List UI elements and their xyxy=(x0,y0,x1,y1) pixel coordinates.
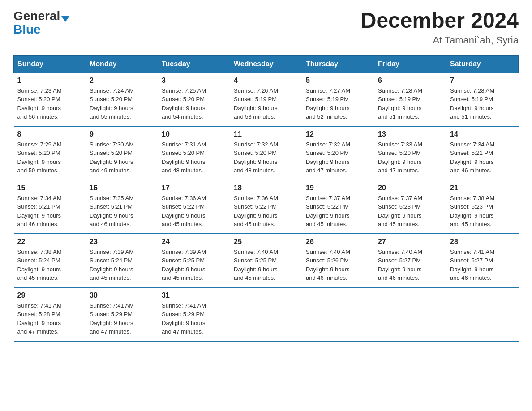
calendar-cell: 8Sunrise: 7:29 AMSunset: 5:20 PMDaylight… xyxy=(14,126,86,180)
page-subtitle: At Tamani`ah, Syria xyxy=(361,34,519,46)
day-info: Sunrise: 7:38 AMSunset: 5:23 PMDaylight:… xyxy=(450,194,515,229)
calendar-cell xyxy=(374,287,446,341)
day-info: Sunrise: 7:34 AMSunset: 5:21 PMDaylight:… xyxy=(450,140,515,175)
calendar-cell: 18Sunrise: 7:36 AMSunset: 5:22 PMDayligh… xyxy=(230,180,302,234)
calendar-cell: 17Sunrise: 7:36 AMSunset: 5:22 PMDayligh… xyxy=(158,180,230,234)
day-info: Sunrise: 7:34 AMSunset: 5:21 PMDaylight:… xyxy=(17,194,82,229)
column-header-wednesday: Wednesday xyxy=(230,55,302,73)
calendar-cell: 19Sunrise: 7:37 AMSunset: 5:22 PMDayligh… xyxy=(302,180,374,234)
calendar-cell: 31Sunrise: 7:41 AMSunset: 5:29 PMDayligh… xyxy=(158,287,230,341)
calendar-cell xyxy=(302,287,374,341)
calendar-cell: 20Sunrise: 7:37 AMSunset: 5:23 PMDayligh… xyxy=(374,180,446,234)
column-header-monday: Monday xyxy=(86,55,158,73)
calendar-cell: 21Sunrise: 7:38 AMSunset: 5:23 PMDayligh… xyxy=(446,180,519,234)
calendar-cell: 11Sunrise: 7:32 AMSunset: 5:20 PMDayligh… xyxy=(230,126,302,180)
calendar-cell: 1Sunrise: 7:23 AMSunset: 5:20 PMDaylight… xyxy=(14,73,86,126)
logo: General Blue xyxy=(13,9,69,37)
day-info: Sunrise: 7:39 AMSunset: 5:25 PMDaylight:… xyxy=(162,248,226,283)
day-number: 13 xyxy=(378,130,442,138)
calendar-cell: 26Sunrise: 7:40 AMSunset: 5:26 PMDayligh… xyxy=(302,234,374,287)
day-info: Sunrise: 7:24 AMSunset: 5:20 PMDaylight:… xyxy=(90,86,154,121)
calendar-cell: 22Sunrise: 7:38 AMSunset: 5:24 PMDayligh… xyxy=(14,234,86,287)
day-number: 14 xyxy=(450,130,515,138)
calendar-table: SundayMondayTuesdayWednesdayThursdayFrid… xyxy=(13,55,519,342)
day-number: 2 xyxy=(90,77,154,85)
day-info: Sunrise: 7:32 AMSunset: 5:20 PMDaylight:… xyxy=(234,140,298,175)
day-number: 3 xyxy=(162,77,226,85)
calendar-cell: 27Sunrise: 7:40 AMSunset: 5:27 PMDayligh… xyxy=(374,234,446,287)
calendar-cell: 7Sunrise: 7:28 AMSunset: 5:19 PMDaylight… xyxy=(446,73,519,126)
day-info: Sunrise: 7:40 AMSunset: 5:25 PMDaylight:… xyxy=(234,248,298,283)
day-info: Sunrise: 7:40 AMSunset: 5:26 PMDaylight:… xyxy=(306,248,370,283)
calendar-cell: 13Sunrise: 7:33 AMSunset: 5:20 PMDayligh… xyxy=(374,126,446,180)
day-info: Sunrise: 7:32 AMSunset: 5:20 PMDaylight:… xyxy=(306,140,370,175)
calendar-cell: 24Sunrise: 7:39 AMSunset: 5:25 PMDayligh… xyxy=(158,234,230,287)
day-number: 16 xyxy=(90,184,154,192)
calendar-cell: 4Sunrise: 7:26 AMSunset: 5:19 PMDaylight… xyxy=(230,73,302,126)
day-info: Sunrise: 7:41 AMSunset: 5:27 PMDaylight:… xyxy=(450,248,515,283)
day-info: Sunrise: 7:35 AMSunset: 5:21 PMDaylight:… xyxy=(90,194,154,229)
day-info: Sunrise: 7:29 AMSunset: 5:20 PMDaylight:… xyxy=(17,140,82,175)
day-info: Sunrise: 7:26 AMSunset: 5:19 PMDaylight:… xyxy=(234,86,298,121)
calendar-week-row: 15Sunrise: 7:34 AMSunset: 5:21 PMDayligh… xyxy=(14,180,519,234)
calendar-cell: 3Sunrise: 7:25 AMSunset: 5:20 PMDaylight… xyxy=(158,73,230,126)
column-header-saturday: Saturday xyxy=(446,55,519,73)
calendar-cell: 2Sunrise: 7:24 AMSunset: 5:20 PMDaylight… xyxy=(86,73,158,126)
day-number: 24 xyxy=(162,238,226,246)
day-number: 23 xyxy=(90,238,154,246)
calendar-cell: 29Sunrise: 7:41 AMSunset: 5:28 PMDayligh… xyxy=(14,287,86,341)
calendar-cell: 25Sunrise: 7:40 AMSunset: 5:25 PMDayligh… xyxy=(230,234,302,287)
logo-general-text: General xyxy=(13,9,60,23)
day-number: 30 xyxy=(90,291,154,300)
column-header-friday: Friday xyxy=(374,55,446,73)
calendar-cell: 30Sunrise: 7:41 AMSunset: 5:29 PMDayligh… xyxy=(86,287,158,341)
column-header-tuesday: Tuesday xyxy=(158,55,230,73)
day-number: 17 xyxy=(162,184,226,192)
day-info: Sunrise: 7:27 AMSunset: 5:19 PMDaylight:… xyxy=(306,86,370,121)
calendar-week-row: 8Sunrise: 7:29 AMSunset: 5:20 PMDaylight… xyxy=(14,126,519,180)
day-number: 12 xyxy=(306,130,370,138)
calendar-week-row: 1Sunrise: 7:23 AMSunset: 5:20 PMDaylight… xyxy=(14,73,519,126)
day-info: Sunrise: 7:40 AMSunset: 5:27 PMDaylight:… xyxy=(378,248,442,283)
day-info: Sunrise: 7:37 AMSunset: 5:22 PMDaylight:… xyxy=(306,194,370,229)
day-number: 29 xyxy=(17,291,82,300)
day-info: Sunrise: 7:28 AMSunset: 5:19 PMDaylight:… xyxy=(378,86,442,121)
calendar-cell: 15Sunrise: 7:34 AMSunset: 5:21 PMDayligh… xyxy=(14,180,86,234)
column-header-sunday: Sunday xyxy=(14,55,86,73)
day-info: Sunrise: 7:31 AMSunset: 5:20 PMDaylight:… xyxy=(162,140,226,175)
day-number: 7 xyxy=(450,77,515,85)
calendar-cell: 9Sunrise: 7:30 AMSunset: 5:20 PMDaylight… xyxy=(86,126,158,180)
calendar-cell: 23Sunrise: 7:39 AMSunset: 5:24 PMDayligh… xyxy=(86,234,158,287)
calendar-cell xyxy=(446,287,519,341)
day-info: Sunrise: 7:36 AMSunset: 5:22 PMDaylight:… xyxy=(234,194,298,229)
page-header: General Blue December 2024 At Tamani`ah,… xyxy=(13,9,519,46)
day-number: 31 xyxy=(162,291,226,300)
calendar-cell: 10Sunrise: 7:31 AMSunset: 5:20 PMDayligh… xyxy=(158,126,230,180)
day-number: 28 xyxy=(450,238,515,246)
title-area: December 2024 At Tamani`ah, Syria xyxy=(361,9,519,46)
day-info: Sunrise: 7:30 AMSunset: 5:20 PMDaylight:… xyxy=(90,140,154,175)
day-info: Sunrise: 7:41 AMSunset: 5:29 PMDaylight:… xyxy=(162,301,226,336)
column-header-thursday: Thursday xyxy=(302,55,374,73)
day-number: 9 xyxy=(90,130,154,138)
calendar-week-row: 22Sunrise: 7:38 AMSunset: 5:24 PMDayligh… xyxy=(14,234,519,287)
logo-triangle-icon xyxy=(61,16,69,22)
day-number: 11 xyxy=(234,130,298,138)
day-info: Sunrise: 7:39 AMSunset: 5:24 PMDaylight:… xyxy=(90,248,154,283)
calendar-week-row: 29Sunrise: 7:41 AMSunset: 5:28 PMDayligh… xyxy=(14,287,519,341)
day-info: Sunrise: 7:25 AMSunset: 5:20 PMDaylight:… xyxy=(162,86,226,121)
calendar-cell: 12Sunrise: 7:32 AMSunset: 5:20 PMDayligh… xyxy=(302,126,374,180)
day-info: Sunrise: 7:38 AMSunset: 5:24 PMDaylight:… xyxy=(17,248,82,283)
day-info: Sunrise: 7:23 AMSunset: 5:20 PMDaylight:… xyxy=(17,86,82,121)
day-number: 4 xyxy=(234,77,298,85)
day-info: Sunrise: 7:41 AMSunset: 5:28 PMDaylight:… xyxy=(17,301,82,336)
day-number: 20 xyxy=(378,184,442,192)
calendar-cell: 14Sunrise: 7:34 AMSunset: 5:21 PMDayligh… xyxy=(446,126,519,180)
calendar-cell: 28Sunrise: 7:41 AMSunset: 5:27 PMDayligh… xyxy=(446,234,519,287)
day-number: 18 xyxy=(234,184,298,192)
day-info: Sunrise: 7:33 AMSunset: 5:20 PMDaylight:… xyxy=(378,140,442,175)
calendar-cell: 5Sunrise: 7:27 AMSunset: 5:19 PMDaylight… xyxy=(302,73,374,126)
day-number: 6 xyxy=(378,77,442,85)
day-number: 8 xyxy=(17,130,82,138)
calendar-cell xyxy=(230,287,302,341)
